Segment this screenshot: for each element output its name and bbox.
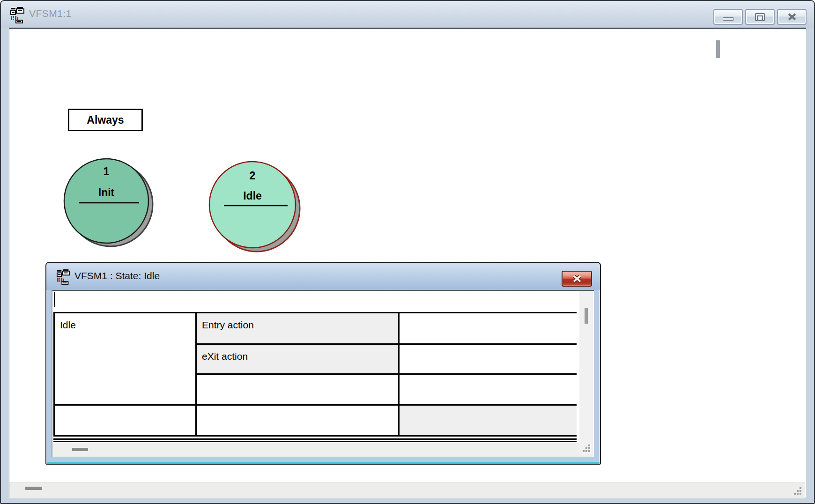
state-name: Idle <box>243 190 262 202</box>
entry-action-label-cell[interactable]: Entry action <box>197 313 398 343</box>
dialog-client-area: Idle Entry action eXit action <box>52 290 594 457</box>
state-idle[interactable]: 2 Idle <box>206 159 307 255</box>
dialog-resize-grip[interactable] <box>582 444 591 453</box>
table-splitter <box>53 438 577 442</box>
transition-condition-box[interactable]: Always <box>68 109 143 131</box>
main-resize-grip[interactable] <box>793 487 802 496</box>
main-horizontal-scrollbar-thumb[interactable] <box>25 487 42 490</box>
state-action-table: Idle Entry action eXit action <box>53 312 577 437</box>
exit-action-value-cell[interactable] <box>400 345 577 373</box>
window-controls <box>713 9 807 25</box>
footer-state-cell[interactable] <box>55 406 195 435</box>
close-button[interactable] <box>777 9 807 25</box>
main-vertical-scrollbar-thumb[interactable] <box>716 40 720 58</box>
vfsm-app-icon[interactable] <box>10 7 25 23</box>
dialog-title: VFSM1 : State: Idle <box>74 270 160 282</box>
state-editor-input[interactable] <box>53 292 578 311</box>
empty-action-label-cell[interactable] <box>197 375 398 404</box>
state-name: Init <box>98 186 115 199</box>
exit-action-label-cell[interactable]: eXit action <box>197 345 398 373</box>
dialog-titlebar[interactable]: VFSM1 : State: Idle <box>46 263 600 290</box>
vfsm-main-window: VFSM1:1 Always 1 Init <box>0 0 815 504</box>
vfsm-app-icon[interactable] <box>57 269 71 285</box>
empty-action-value-cell[interactable] <box>400 375 577 404</box>
close-icon <box>571 274 583 283</box>
footer-label-cell[interactable] <box>197 406 398 435</box>
dialog-vertical-scrollbar[interactable] <box>579 291 593 457</box>
footer-value-cell[interactable] <box>400 406 577 435</box>
state-number: 2 <box>250 170 256 182</box>
state-dialog-window: VFSM1 : State: Idle Idle Entry action eX… <box>45 262 601 465</box>
minimize-icon <box>723 17 734 21</box>
dialog-close-button[interactable] <box>562 271 592 287</box>
minimize-button[interactable] <box>713 9 743 25</box>
state-init[interactable]: 1 Init <box>60 156 160 250</box>
text-caret <box>54 292 55 307</box>
maximize-icon <box>755 13 765 21</box>
close-icon <box>787 12 797 22</box>
dialog-horizontal-scrollbar-thumb[interactable] <box>72 448 88 451</box>
dialog-vertical-scrollbar-thumb[interactable] <box>585 308 588 324</box>
entry-action-value-cell[interactable] <box>400 313 577 343</box>
main-titlebar[interactable]: VFSM1:1 <box>1 1 814 28</box>
state-number: 1 <box>104 165 110 178</box>
main-horizontal-scrollbar[interactable] <box>9 482 805 498</box>
dialog-horizontal-scrollbar[interactable] <box>52 443 579 457</box>
maximize-button[interactable] <box>745 9 775 25</box>
main-window-title: VFSM1:1 <box>29 8 72 19</box>
state-name-cell[interactable]: Idle <box>55 313 195 404</box>
